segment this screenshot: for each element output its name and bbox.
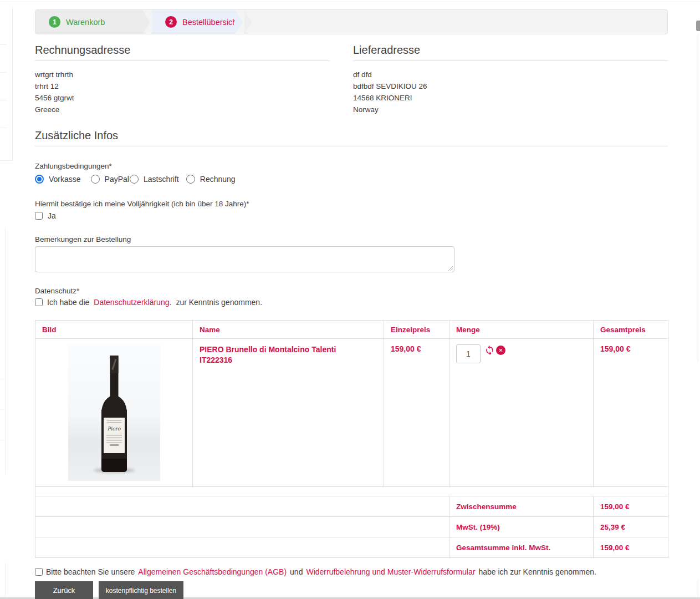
shipping-line: bdfbdf SEVDIKIOU 26: [353, 80, 668, 92]
product-name[interactable]: PIERO Brunello di Montalcino Talenti IT2…: [200, 344, 377, 366]
privacy-policy-link[interactable]: Datenschutzerklärung.: [94, 298, 171, 307]
payment-terms-label: Zahlungsbedingungen*: [35, 162, 668, 170]
col-header-gesamtpreis: Gesamtpreis: [594, 321, 668, 339]
back-button[interactable]: Zurück: [35, 581, 93, 599]
step-label: Bestellübersicht: [182, 18, 239, 27]
shipping-address-title: Lieferadresse: [353, 43, 668, 61]
privacy-label: Datenschutz*: [35, 287, 668, 295]
age-confirmation-label: Hiermit bestätige ich meine Volljährigke…: [35, 200, 668, 208]
checkout-main: 1 Warenkorb 2 Bestellübersicht Rechnungs…: [35, 0, 668, 599]
step-number-badge: 2: [165, 16, 177, 28]
radio-vorkasse-label[interactable]: Vorkasse: [49, 175, 81, 184]
quantity-input[interactable]: [456, 344, 481, 363]
col-header-bild: Bild: [35, 321, 193, 339]
step-warenkorb[interactable]: 1 Warenkorb: [35, 10, 142, 34]
unit-price-cell: 159,00 €: [384, 339, 449, 487]
billing-line: wrtgrt trhrth: [35, 69, 330, 80]
right-edge-badge: [696, 21, 700, 31]
billing-line: Greece: [35, 104, 330, 115]
checkout-page: 1 Warenkorb 2 Bestellübersicht Rechnungs…: [0, 0, 700, 599]
quantity-cell: ✕: [449, 339, 594, 487]
product-image-cell: Piero: [35, 339, 193, 487]
summary-empty-cell: [35, 517, 449, 537]
radio-lastschrift[interactable]: [130, 175, 139, 184]
subtotal-value: 159,00 €: [600, 502, 630, 511]
radio-lastschrift-label[interactable]: Lastschrift: [144, 175, 179, 184]
bottle-base: [101, 459, 127, 472]
payment-options: Vorkasse PayPal Lastschrift Rechnung: [35, 175, 668, 184]
grand-total-label: Gesamtsumme inkl. MwSt.: [456, 544, 550, 552]
checkout-steps: 1 Warenkorb 2 Bestellübersicht: [35, 9, 668, 34]
table-header-row: Bild Name Einzelpreis Menge Gesamtpreis: [35, 321, 668, 339]
step-label: Warenkorb: [66, 18, 105, 27]
product-sku: IT222316: [200, 355, 377, 366]
terms-checkbox[interactable]: [35, 568, 43, 576]
col-header-einzelpreis: Einzelpreis: [384, 321, 449, 339]
grand-total-value: 159,00 €: [600, 544, 630, 552]
action-buttons: Zurück kostenpflichtig bestellen: [35, 581, 668, 599]
left-panel-divider: [0, 440, 5, 440]
age-confirmation-checkbox-label[interactable]: Ja: [48, 211, 56, 220]
product-row: Piero PIERO Brunello di Montalcino Talen…: [35, 339, 668, 487]
terms-text-after: habe ich zur Kenntnis genommen.: [478, 567, 596, 576]
terms-row: Bitte beachten Sie unsere Allgemeinen Ge…: [35, 567, 668, 576]
shipping-line: 14568 KRIONERI: [353, 92, 668, 104]
terms-text-before: Bitte beachten Sie unsere: [46, 567, 135, 576]
summary-empty-cell: [35, 496, 449, 517]
shipping-address: Lieferadresse df dfd bdfbdf SEVDIKIOU 26…: [353, 43, 668, 115]
order-items-table: Bild Name Einzelpreis Menge Gesamtpreis: [35, 320, 668, 558]
billing-address: Rechnungsadresse wrtgrt trhrth trhrt 12 …: [35, 43, 330, 115]
left-panel-edge-2: [5, 227, 6, 474]
order-remarks-wrap: [35, 246, 454, 272]
age-confirmation-row: Ja: [35, 211, 668, 220]
left-panel-edge-3: [5, 563, 6, 599]
terms-text-middle: und: [290, 567, 303, 576]
left-panel-divider: [0, 128, 7, 128]
left-panel-bottom: [0, 160, 12, 161]
line-total: 159,00 €: [600, 344, 631, 353]
subtotal-label: Zwischensumme: [456, 502, 517, 511]
step-bestelluebersicht[interactable]: 2 Bestellübersicht: [152, 10, 235, 34]
left-panel-divider: [0, 72, 7, 73]
shipping-line: Norway: [353, 104, 668, 115]
product-name-line1: PIERO Brunello di Montalcino Talenti: [200, 344, 377, 355]
order-remarks-label: Bemerkungen zur Bestellung: [35, 235, 668, 243]
bottle-label: Piero: [104, 418, 125, 453]
widerruf-link[interactable]: Widerrufbelehrung und Muster-Widerrufsfo…: [306, 567, 475, 576]
left-panel-divider: [0, 44, 7, 45]
place-order-button[interactable]: kostenpflichtig bestellen: [99, 581, 183, 599]
bottle-label-lines: [107, 420, 121, 424]
refresh-quantity-icon[interactable]: [484, 345, 495, 356]
address-section: Rechnungsadresse wrtgrt trhrth trhrt 12 …: [35, 43, 668, 115]
product-image[interactable]: Piero: [68, 344, 160, 481]
subtotal-row: Zwischensumme 159,00 €: [35, 496, 668, 517]
billing-address-title: Rechnungsadresse: [35, 43, 330, 61]
billing-line: 5456 gtgrwt: [35, 92, 330, 104]
left-panel-divider: [0, 409, 5, 410]
age-confirmation-checkbox[interactable]: [35, 212, 43, 220]
left-panel-edge: [12, 7, 13, 161]
privacy-text-after: zur Kenntnis genommen.: [176, 298, 262, 307]
agb-link[interactable]: Allgemeinen Geschäftsbedingungen (AGB): [138, 567, 287, 576]
radio-rechnung[interactable]: [186, 175, 195, 184]
order-remarks-input[interactable]: [35, 246, 454, 272]
vat-value: 25,39 €: [600, 523, 625, 531]
right-panel-edge-2: [698, 580, 698, 599]
privacy-checkbox[interactable]: [35, 298, 43, 306]
radio-paypal[interactable]: [91, 175, 100, 184]
radio-vorkasse[interactable]: [35, 175, 44, 184]
radio-rechnung-label[interactable]: Rechnung: [200, 175, 236, 184]
table-spacer-row: [35, 487, 668, 496]
col-header-name: Name: [193, 321, 384, 339]
radio-paypal-label[interactable]: PayPal: [105, 175, 129, 184]
left-panel-divider: [0, 100, 7, 100]
unit-price: 159,00 €: [391, 344, 421, 353]
step-number-badge: 1: [49, 16, 60, 28]
shipping-line: df dfd: [353, 69, 668, 80]
left-panel-divider: [0, 379, 5, 379]
grand-total-row: Gesamtsumme inkl. MwSt. 159,00 €: [35, 537, 668, 558]
bottle-label-lines: [110, 444, 119, 446]
billing-line: trhrt 12: [35, 80, 330, 92]
remove-item-icon[interactable]: ✕: [496, 346, 505, 355]
product-name-cell: PIERO Brunello di Montalcino Talenti IT2…: [193, 339, 384, 487]
